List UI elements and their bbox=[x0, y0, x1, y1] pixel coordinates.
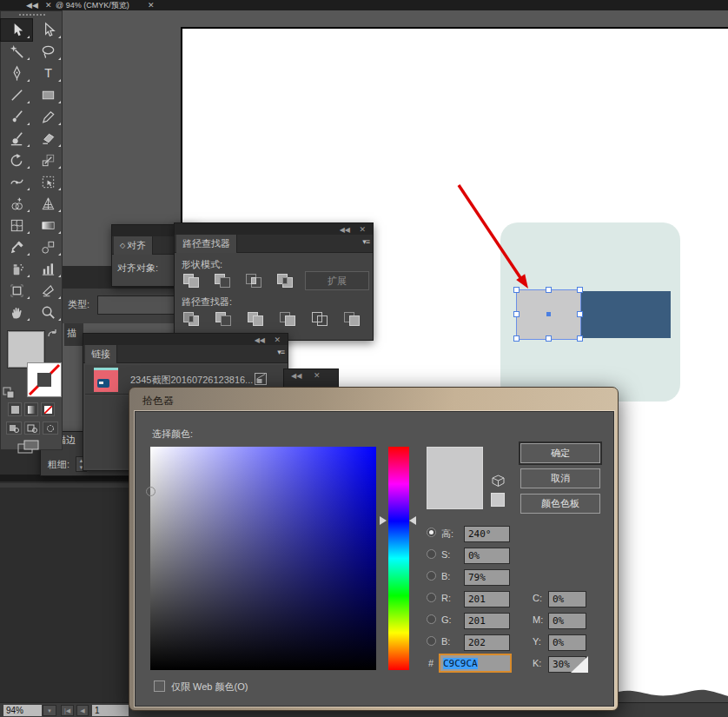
selection-tool[interactable] bbox=[1, 19, 32, 41]
selection-handle[interactable] bbox=[577, 311, 583, 317]
stroke-swatch[interactable] bbox=[27, 362, 62, 397]
scale-tool[interactable] bbox=[32, 149, 63, 171]
panel-close-icon[interactable]: ✕ bbox=[274, 335, 281, 344]
s-radio[interactable] bbox=[427, 549, 436, 559]
width-tool[interactable] bbox=[1, 171, 32, 193]
zoom-level-field[interactable]: 94% bbox=[3, 705, 42, 716]
color-field-marker[interactable] bbox=[146, 487, 156, 496]
color-button[interactable] bbox=[8, 402, 22, 416]
panel-menu-icon[interactable]: ▾≡ bbox=[362, 237, 369, 246]
shape-mode-intersect-icon[interactable] bbox=[244, 272, 263, 291]
b-field[interactable]: 79% bbox=[464, 569, 510, 586]
h-field[interactable]: 240° bbox=[464, 526, 510, 542]
panel-close-icon[interactable]: ✕ bbox=[314, 371, 321, 380]
toolbar-grip[interactable] bbox=[18, 13, 46, 17]
artboard-tool[interactable] bbox=[1, 280, 32, 302]
previous-artboard-button[interactable]: ◀ bbox=[76, 705, 89, 716]
g-radio[interactable] bbox=[427, 614, 436, 624]
panel-collapse-icon[interactable]: ◀◀ bbox=[340, 226, 350, 234]
pen-tool[interactable] bbox=[1, 63, 32, 84]
document-tab-title[interactable]: @ 94% (CMYK/预览) bbox=[56, 0, 129, 10]
r-field[interactable]: 201 bbox=[464, 591, 510, 607]
hex-field[interactable]: C9C9CA bbox=[439, 654, 512, 673]
gradient-button[interactable] bbox=[24, 402, 38, 416]
eyedropper-tool[interactable] bbox=[1, 236, 32, 258]
gradient-tool[interactable] bbox=[32, 215, 63, 236]
shape-mode-unite-icon[interactable] bbox=[182, 272, 201, 291]
selection-handle[interactable] bbox=[577, 287, 583, 293]
hand-tool[interactable] bbox=[1, 302, 32, 323]
b2-radio[interactable] bbox=[427, 636, 436, 646]
c-field[interactable]: 0% bbox=[548, 591, 586, 607]
zoom-dropdown-button[interactable]: ▼ bbox=[43, 705, 56, 716]
panel-menu-icon[interactable]: ▾≡ bbox=[277, 348, 284, 356]
default-fill-stroke-icon[interactable] bbox=[3, 387, 15, 399]
hue-marker-right[interactable] bbox=[409, 516, 416, 525]
dock-close-icon[interactable]: ✕ bbox=[45, 0, 52, 10]
pathfinder-panel-tab[interactable]: 路径查找器 bbox=[176, 235, 237, 253]
s-field[interactable]: 0% bbox=[464, 548, 510, 564]
color-field[interactable] bbox=[150, 447, 376, 670]
line-segment-tool[interactable] bbox=[1, 84, 32, 106]
perspective-grid-tool[interactable] bbox=[32, 193, 63, 215]
pathfinder-outline-icon[interactable] bbox=[310, 310, 329, 329]
m-field[interactable]: 0% bbox=[548, 613, 586, 629]
pathfinder-merge-icon[interactable] bbox=[246, 310, 265, 329]
pathfinder-crop-icon[interactable] bbox=[278, 310, 297, 329]
shape-mode-exclude-icon[interactable] bbox=[275, 272, 295, 291]
type-tool[interactable]: T bbox=[32, 63, 63, 84]
draw-normal-mode-icon[interactable] bbox=[6, 422, 22, 435]
selection-handle[interactable] bbox=[513, 311, 520, 317]
blue-rect-shape[interactable] bbox=[580, 291, 671, 338]
pathfinder-trim-icon[interactable] bbox=[214, 310, 233, 329]
selection-handle[interactable] bbox=[513, 335, 520, 342]
direct-selection-tool[interactable] bbox=[32, 19, 63, 41]
hue-marker-left[interactable] bbox=[380, 516, 387, 525]
magic-wand-tool[interactable] bbox=[1, 41, 32, 63]
draw-behind-mode-icon[interactable] bbox=[24, 422, 40, 435]
color-swatches-button[interactable]: 颜色色板 bbox=[520, 494, 600, 514]
expand-button[interactable]: 扩展 bbox=[305, 271, 369, 290]
dock-collapse-icon[interactable]: ◀◀ bbox=[26, 0, 38, 10]
zoom-tool[interactable] bbox=[32, 302, 63, 323]
slice-tool[interactable] bbox=[32, 280, 63, 302]
paintbrush-tool[interactable] bbox=[1, 106, 32, 128]
mesh-tool[interactable] bbox=[1, 215, 32, 236]
graph-tool[interactable] bbox=[32, 258, 63, 280]
first-artboard-button[interactable]: |◀ bbox=[61, 705, 74, 716]
shape-builder-tool[interactable] bbox=[1, 193, 32, 215]
swap-fill-stroke-icon[interactable] bbox=[46, 328, 58, 340]
none-button[interactable] bbox=[41, 402, 55, 416]
g-field[interactable]: 201 bbox=[464, 613, 510, 629]
links-panel-tab[interactable]: 链接 bbox=[85, 345, 117, 363]
web-only-checkbox[interactable] bbox=[154, 680, 165, 692]
shape-mode-minus-front-icon[interactable] bbox=[213, 272, 232, 291]
symbol-sprayer-tool[interactable] bbox=[1, 258, 32, 280]
out-of-web-cube-icon[interactable] bbox=[491, 475, 506, 488]
b-radio[interactable] bbox=[427, 571, 436, 581]
draw-inside-mode-icon[interactable] bbox=[43, 422, 58, 435]
eraser-tool[interactable] bbox=[32, 128, 63, 149]
rectangle-tool[interactable] bbox=[32, 84, 63, 106]
selection-handle[interactable] bbox=[577, 335, 583, 342]
selection-handle[interactable] bbox=[546, 287, 552, 293]
panel-close-icon[interactable]: ✕ bbox=[359, 225, 366, 234]
pathfinder-divide-icon[interactable] bbox=[182, 310, 201, 329]
blob-brush-tool[interactable] bbox=[1, 128, 32, 149]
b2-field[interactable]: 202 bbox=[464, 634, 510, 651]
lasso-tool[interactable] bbox=[32, 41, 63, 63]
r-radio[interactable] bbox=[427, 593, 436, 602]
align-panel-tab[interactable]: ◇ 对齐 bbox=[114, 236, 153, 255]
panel-collapse-icon[interactable]: ◀◀ bbox=[291, 372, 301, 380]
pencil-tool[interactable] bbox=[32, 106, 63, 128]
screen-mode-button[interactable] bbox=[17, 439, 43, 455]
panel-collapse-icon[interactable]: ◀◀ bbox=[255, 336, 265, 344]
pathfinder-minus-back-icon[interactable] bbox=[342, 310, 361, 329]
free-transform-tool[interactable] bbox=[32, 171, 63, 193]
cancel-button[interactable]: 取消 bbox=[520, 468, 600, 488]
rotate-tool[interactable] bbox=[1, 149, 32, 171]
web-safe-swatch[interactable] bbox=[491, 493, 505, 507]
blend-tool[interactable] bbox=[32, 236, 63, 258]
selection-handle[interactable] bbox=[546, 335, 552, 342]
hue-slider[interactable] bbox=[388, 447, 409, 670]
